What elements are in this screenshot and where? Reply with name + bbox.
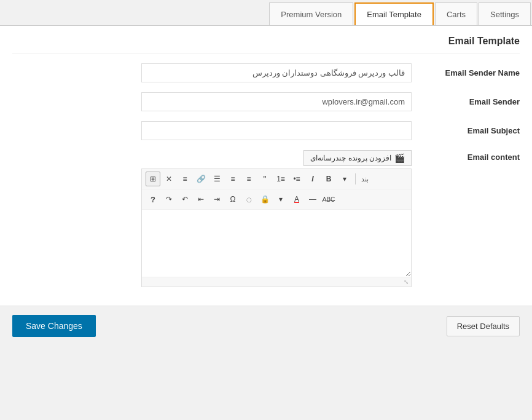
toolbar-rows-btn[interactable]: ≡ [178,172,192,186]
toolbar-lock-dropdown-btn[interactable]: ▾ [273,192,288,207]
toolbar-undo-btn[interactable]: ↶ [178,192,192,207]
upload-icon: 🎬 [394,153,405,163]
toolbar-lock-btn[interactable]: 🔒 [257,192,272,207]
toolbar-font-color-btn[interactable]: A [289,192,304,207]
sender-name-input[interactable] [141,63,412,82]
toolbar-hr-btn[interactable]: — [305,192,320,207]
tab-email-template[interactable]: Email Template [354,2,434,25]
toolbar-align-left-btn[interactable]: ☰ [209,172,224,186]
sender-label: Email Sender [421,97,520,106]
reset-defaults-button[interactable]: Reset Defaults [447,316,520,336]
footer-bar: Save Changes Reset Defaults [0,306,532,346]
subject-input[interactable] [141,121,412,140]
editor-content-area[interactable] [142,209,411,277]
toolbar-link-btn[interactable]: 🔗 [194,172,208,186]
toolbar-ordered-list-btn[interactable]: 1≡ [273,172,288,186]
toolbar-unordered-list-btn[interactable]: •≡ [289,172,304,186]
toolbar-format-dropdown-btn[interactable]: ▾ [337,172,352,186]
toolbar-indent-btn[interactable]: ⇥ [209,192,224,207]
toolbar-italic-btn[interactable]: I [305,172,320,186]
toolbar-separator-1 [355,173,356,184]
page-wrapper: Premium Version Email Template Carts Set… [0,0,532,420]
toolbar-special-char-btn[interactable]: Ω [225,192,240,207]
toolbar-outdent-btn[interactable]: ⇤ [194,192,208,207]
content-area: Email Template Email Sender Name Email S… [0,26,532,306]
toolbar-delete-btn[interactable]: ✕ [162,172,176,186]
toolbar-redo-btn[interactable]: ↷ [162,192,176,207]
email-content-label: Email content [421,150,520,162]
toolbar-strikethrough-btn[interactable]: ABC [321,192,336,207]
resize-icon: ⤡ [404,279,409,285]
toolbar-paragraph-label: بند [359,175,371,183]
toolbar-row-1: ⊞ ✕ ≡ 🔗 ☰ ≡ ≡ " [142,169,411,189]
section-heading: Email Template [12,26,520,53]
toolbar-bold-btn[interactable]: B [321,172,336,186]
toolbar-align-right-btn[interactable]: ≡ [241,172,256,186]
tab-settings[interactable]: Settings [479,2,531,25]
email-content-row: 🎬 افزودن پرونده چندرسانه‌ای ⊞ ✕ ≡ 🔗 [12,150,520,287]
sender-row: Email Sender [12,92,520,111]
sender-name-label: Email Sender Name [421,68,520,77]
editor-resize-handle: ⤡ [142,277,411,287]
subject-label: Email Subject [421,126,520,135]
sender-input[interactable] [141,92,412,111]
tab-bar: Premium Version Email Template Carts Set… [0,0,532,26]
editor-toolbar: ⊞ ✕ ≡ 🔗 ☰ ≡ ≡ " [141,168,412,287]
subject-row: Email Subject [12,121,520,140]
toolbar-align-center-btn[interactable]: ≡ [225,172,240,186]
toolbar-row-2: ? ↷ ↶ ⇤ ⇥ Ω ◌ 🔒 [142,189,411,209]
tab-premium-version[interactable]: Premium Version [269,2,353,25]
sender-name-row: Email Sender Name [12,63,520,82]
toolbar-blockquote-btn[interactable]: " [257,172,272,186]
editor-wrapper: 🎬 افزودن پرونده چندرسانه‌ای ⊞ ✕ ≡ 🔗 [141,150,412,287]
toolbar-clear-btn[interactable]: ◌ [241,192,256,207]
save-changes-button[interactable]: Save Changes [12,315,96,337]
tab-carts[interactable]: Carts [435,2,477,25]
toolbar-help-btn[interactable]: ? [146,192,160,207]
upload-media-button[interactable]: 🎬 افزودن پرونده چندرسانه‌ای [303,150,412,166]
upload-btn-row: 🎬 افزودن پرونده چندرسانه‌ای [141,150,412,166]
toolbar-table-icon[interactable]: ⊞ [146,172,160,186]
